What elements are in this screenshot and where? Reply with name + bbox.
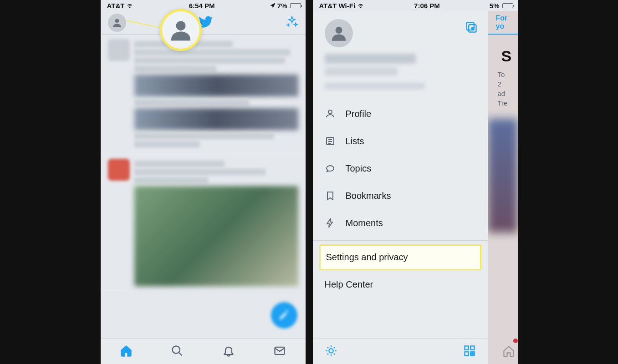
battery-icon [502, 3, 513, 8]
sparkle-icon[interactable] [286, 15, 298, 30]
screen-drawer-menu: AT&T Wi-Fi 7:06 PM 5% For yo S To 2 ad T… [313, 0, 518, 364]
svg-point-16 [471, 27, 474, 30]
accounts-icon[interactable] [465, 21, 478, 35]
tab-for-you[interactable]: For yo [488, 11, 518, 35]
svg-rect-34 [470, 352, 472, 354]
menu-bookmarks[interactable]: Bookmarks [313, 182, 488, 209]
menu-label: Moments [346, 218, 383, 228]
tab-search[interactable] [171, 344, 184, 359]
menu-settings-privacy[interactable]: Settings and privacy [319, 244, 481, 270]
profile-avatar-button[interactable] [108, 14, 126, 32]
menu-help-center[interactable]: Help Center [313, 272, 488, 297]
tweet-avatar [108, 39, 130, 61]
screen-home-feed: AT&T 6:54 PM 7% [101, 0, 306, 364]
svg-line-28 [333, 353, 334, 354]
menu-lists[interactable]: Lists [313, 127, 488, 155]
menu-label: Lists [346, 136, 364, 147]
svg-line-30 [333, 347, 334, 348]
svg-line-27 [327, 347, 328, 348]
svg-point-22 [329, 349, 333, 353]
drawer-footer [313, 339, 488, 364]
trend-card [488, 119, 518, 233]
divider [313, 240, 488, 241]
status-bar: AT&T 6:54 PM 7% [101, 0, 306, 11]
carrier-label: AT&T Wi-Fi [319, 2, 356, 10]
app-header [101, 11, 306, 35]
svg-point-4 [115, 19, 119, 23]
battery-icon [290, 3, 301, 8]
menu-moments[interactable]: Moments [313, 209, 488, 237]
tweet-avatar [108, 159, 130, 181]
tab-bar [101, 339, 306, 364]
menu-label: Help Center [325, 279, 373, 289]
wifi-icon [357, 3, 364, 8]
svg-rect-33 [465, 352, 468, 355]
body-text: To 2 ad Tre [488, 65, 518, 108]
profile-avatar[interactable] [325, 19, 353, 47]
avatar-callout [160, 9, 202, 51]
tab-label: For yo [496, 14, 518, 30]
svg-rect-35 [473, 354, 475, 356]
compose-tweet-button[interactable] [271, 302, 297, 329]
wifi-icon [126, 3, 133, 8]
drawer-menu: Profile Lists Topics Bookmarks [313, 96, 488, 238]
clock: 7:06 PM [414, 2, 440, 10]
bulb-icon[interactable] [325, 344, 337, 359]
tweet-item[interactable] [101, 154, 306, 291]
side-drawer: Profile Lists Topics Bookmarks [313, 11, 488, 364]
tab-home-peek[interactable] [502, 345, 515, 359]
svg-rect-36 [470, 354, 472, 356]
svg-point-13 [335, 27, 342, 34]
svg-point-6 [173, 346, 180, 353]
svg-line-7 [179, 352, 182, 355]
svg-rect-32 [470, 346, 474, 349]
svg-point-17 [328, 110, 332, 114]
display-name-redacted [325, 54, 416, 64]
svg-rect-37 [473, 352, 475, 354]
lists-icon [325, 136, 336, 147]
svg-line-29 [327, 353, 328, 354]
location-icon [270, 3, 276, 8]
svg-point-5 [176, 21, 185, 30]
menu-label: Bookmarks [346, 191, 391, 201]
menu-label: Profile [346, 109, 372, 119]
headline-fragment: S [488, 35, 518, 65]
moments-icon [325, 217, 336, 228]
menu-label: Settings and privacy [326, 252, 408, 262]
tweet-item[interactable] [101, 35, 306, 154]
bookmarks-icon [325, 190, 336, 201]
svg-rect-31 [465, 346, 468, 349]
clock: 6:54 PM [189, 2, 215, 10]
topics-icon [325, 163, 336, 174]
handle-redacted [325, 67, 398, 76]
tab-messages[interactable] [273, 344, 286, 359]
tab-home[interactable] [120, 344, 133, 359]
carrier-label: AT&T [107, 2, 125, 10]
notification-dot [513, 339, 518, 343]
menu-label: Topics [346, 163, 372, 174]
feed[interactable] [101, 35, 306, 339]
background-content: For yo S To 2 ad Tre [488, 11, 518, 364]
qr-icon[interactable] [463, 344, 476, 359]
status-bar: AT&T Wi-Fi 7:06 PM 5% [313, 0, 518, 11]
follow-stats-redacted [325, 83, 425, 89]
tab-notifications[interactable] [222, 344, 235, 359]
menu-profile[interactable]: Profile [313, 100, 488, 127]
menu-topics[interactable]: Topics [313, 155, 488, 182]
battery-percent: 7% [277, 2, 287, 10]
profile-icon [325, 108, 336, 119]
drawer-header [313, 11, 488, 96]
battery-percent: 5% [490, 2, 500, 10]
